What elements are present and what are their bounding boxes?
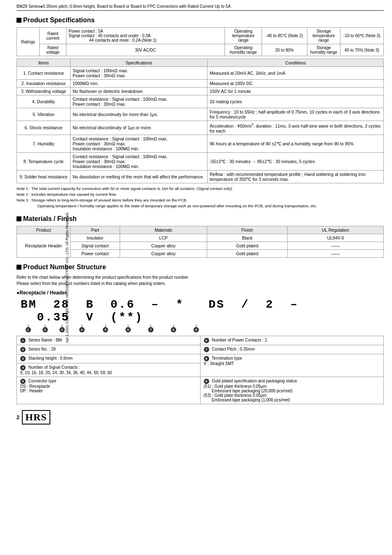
mat-row-1: Receptacle Header Insulator LCP Black UL… xyxy=(17,234,384,242)
exp-circle-3: 3 xyxy=(20,356,26,361)
spec-val-9: No dissolution or melting of the resin t… xyxy=(71,170,208,183)
spec-cond-5: Frequency : 10 to 55Hz ; half amplitude … xyxy=(208,108,384,121)
mat-materials-1: LCP xyxy=(120,234,207,242)
mat-ul-1: UL94V-0 xyxy=(288,234,384,242)
ind-1: 1 xyxy=(21,325,35,332)
mat-part-3: Power contact xyxy=(71,249,120,257)
spec-item-4: 4. Durability xyxy=(17,95,71,108)
op-temp-label: Operating temperature range xyxy=(225,28,262,44)
ind-circle-6: 6 xyxy=(125,327,131,332)
spec-val-5: No electrical discontinuity for more tha… xyxy=(71,108,208,121)
ratings-table: Ratings Rated current Power contact : 5A… xyxy=(17,27,384,56)
explain-row-3: 3 Stacking height : 0.6mm 8 Termination … xyxy=(17,354,384,363)
mat-part-1: Insulator xyxy=(71,234,120,242)
exp-circle-2: 2 xyxy=(20,347,26,352)
notes: Note 1 : The total current capacity for … xyxy=(17,186,384,209)
mat-materials-2: Copper alloy xyxy=(120,242,207,249)
ind-circle-2: 2 xyxy=(43,327,48,332)
spec-val-4: Contact resistance : Signal contact : 10… xyxy=(71,95,208,108)
pn-indicator-items: 1 2 3 4 5 6 7 xyxy=(21,325,208,332)
footer: 2 HRS xyxy=(17,410,384,425)
col-materials: Materials xyxy=(120,226,207,234)
spec-cond-3: 150V AC for 1 minute xyxy=(208,88,384,95)
ind-5: 5 xyxy=(94,325,117,332)
spec-row-4: 4. Durability Contact resistance : Signa… xyxy=(17,95,384,108)
materials-table: Product Part Materials Finish UL Regulat… xyxy=(17,226,384,258)
ind-circle-3: 3 xyxy=(59,327,65,332)
mat-ul-3: —— xyxy=(288,249,384,257)
pn-sub-heading: ●Receptacle / Header xyxy=(17,290,384,296)
col-conditions: Conditions xyxy=(208,59,384,67)
exp-label-8: Termination typeV : Straight SMT xyxy=(204,356,242,366)
mat-finish-2: Gold plated xyxy=(207,242,288,249)
side-text: Apr.1.2021 Copyright 2021 HIROSE ELECTRI… xyxy=(65,212,69,343)
spec-item-1: 1. Contact resistance xyxy=(17,67,71,80)
rated-current-value: Power contact : 5ASignal contact : 40 co… xyxy=(66,28,225,44)
product-specs-heading: Product Specifications xyxy=(17,17,384,24)
spec-val-3: No flashover or dielectric breakdown xyxy=(71,88,208,95)
pn-desc-line-2: Please select from the product numbers l… xyxy=(17,280,384,287)
exp-label-7: Contact Pitch : 0.35mm xyxy=(212,347,255,351)
spec-item-8: 8. Temperature cycle xyxy=(17,152,71,170)
spec-cond-8: -55±3℃ : 30 minutes → 85±2℃ : 30 minutes… xyxy=(208,152,384,170)
ratings-row-1: Ratings Rated current Power contact : 5A… xyxy=(17,28,384,44)
product-specs-section: Product Specifications Ratings Rated cur… xyxy=(17,17,384,209)
exp-label-6: Number of Power Contacts : 2 xyxy=(212,338,267,342)
note-1: Note 1 : The total current capacity for … xyxy=(17,186,384,192)
exp-label-1: Series Name : BM xyxy=(28,338,62,342)
ind-circle-7: 7 xyxy=(148,327,153,332)
spec-row-5: 5. Vibration No electrical discontinuity… xyxy=(17,108,384,121)
ratings-row-2: Rated voltage 30V AC/DC Operating humidi… xyxy=(17,44,384,56)
pn-display-text: BM 28 B 0.6 – * DS / 2 – 0.35 V (**) xyxy=(21,298,298,324)
spec-val-6: No electrical discontinuity of 1μs or mo… xyxy=(71,121,208,135)
op-humidity-value: 20 to 80% xyxy=(262,44,307,56)
ind-4: 4 xyxy=(69,325,94,332)
col-specs: Specifications xyxy=(71,59,208,67)
mat-part-2: Signal contact xyxy=(71,242,120,249)
rated-current-label: Rated current xyxy=(40,28,66,44)
ind-circle-5: 5 xyxy=(103,327,108,332)
page-header: BM28 Series●0.35mm pitch, 0.6mm height, … xyxy=(17,4,384,11)
pn-heading: Product Number Structure xyxy=(17,263,384,271)
mat-product: Receptacle Header xyxy=(17,234,71,257)
note-3: Note 3 : Storage refers to long-term-sto… xyxy=(17,197,384,203)
specs-header-row: Items Specifications Conditions xyxy=(17,59,384,67)
explain-left-4: 4 Number of Signal Contacts :6, 10, 16, … xyxy=(17,363,201,377)
ind-6: 6 xyxy=(117,325,139,332)
explain-right-3: 8 Termination typeV : Straight SMT xyxy=(200,354,384,377)
spec-item-3: 3. Withstanding voltage xyxy=(17,88,71,95)
exp-circle-5: 5 xyxy=(20,379,26,384)
exp-circle-9: 9 xyxy=(204,379,209,384)
materials-heading: Materials / Finish xyxy=(17,215,384,223)
explain-right-2: 7 Contact Pitch : 0.35mm xyxy=(200,345,384,354)
exp-label-9: Gold plated specification and packaging … xyxy=(204,379,297,402)
ind-7: 7 xyxy=(139,325,162,332)
spec-item-6: 6. Shock resistance xyxy=(17,121,71,135)
heading-square-3 xyxy=(17,265,21,270)
exp-circle-8: 8 xyxy=(204,356,209,361)
ind-8: 8 xyxy=(162,325,185,332)
rated-voltage-label: Rated voltage xyxy=(40,44,66,56)
storage-temp-value: -10 to 60℃ (Note 3) xyxy=(340,28,384,44)
product-number-section: Product Number Structure Refer to the ch… xyxy=(17,263,384,404)
pn-desc-line-1: Refer to the chart below when determinin… xyxy=(17,274,384,280)
op-temp-value: -40 to 85°C (Note 2) xyxy=(262,28,307,44)
col-product: Product xyxy=(17,226,71,234)
materials-section: Materials / Finish Product Part Material… xyxy=(17,215,384,258)
ind-2: 2 xyxy=(35,325,54,332)
hrs-logo: HRS xyxy=(22,410,50,425)
spec-cond-1: Measured at 20mV AC, 1kHz, and 1mA xyxy=(208,67,384,80)
spec-row-1: 1. Contact resistance Signal contact : 1… xyxy=(17,67,384,80)
col-finish: Finish xyxy=(207,226,288,234)
page-number: 2 xyxy=(17,414,19,420)
ind-circle-4: 4 xyxy=(79,327,85,332)
storage-humidity-label: Storage humidity range xyxy=(307,44,340,56)
explain-right-5: 9 Gold plated specification and packagin… xyxy=(200,377,384,404)
spec-item-7: 7. Humidity xyxy=(17,135,71,152)
spec-val-8: Contact resistance : Signal contact : 10… xyxy=(71,152,208,170)
explain-row-5: 5 Connector typeDS : ReceptacleDP : Head… xyxy=(17,377,384,404)
explain-row-2: 2 Series No. : 28 7 Contact Pitch : 0.35… xyxy=(17,345,384,354)
explain-left-5: 5 Connector typeDS : ReceptacleDP : Head… xyxy=(17,377,201,404)
storage-temp-label: Storage temperature range xyxy=(307,28,340,44)
storage-humidity-value: 40 to 70% (Note 3) xyxy=(340,44,384,56)
